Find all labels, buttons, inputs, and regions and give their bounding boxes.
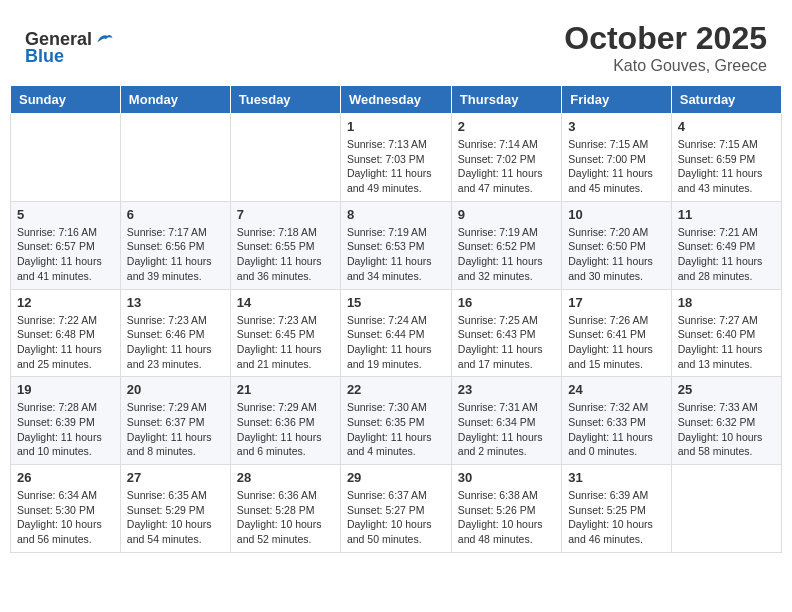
day-number: 19 [17,382,114,397]
day-info: Sunrise: 7:19 AM Sunset: 6:53 PM Dayligh… [347,225,445,284]
calendar-cell [120,114,230,202]
day-number: 5 [17,207,114,222]
day-number: 18 [678,295,775,310]
day-number: 20 [127,382,224,397]
title-block: October 2025 Kato Gouves, Greece [564,20,767,75]
day-info: Sunrise: 7:14 AM Sunset: 7:02 PM Dayligh… [458,137,555,196]
day-number: 29 [347,470,445,485]
day-info: Sunrise: 7:33 AM Sunset: 6:32 PM Dayligh… [678,400,775,459]
calendar-cell: 14Sunrise: 7:23 AM Sunset: 6:45 PM Dayli… [230,289,340,377]
day-info: Sunrise: 6:37 AM Sunset: 5:27 PM Dayligh… [347,488,445,547]
day-number: 22 [347,382,445,397]
day-info: Sunrise: 6:36 AM Sunset: 5:28 PM Dayligh… [237,488,334,547]
day-number: 13 [127,295,224,310]
weekday-header-row: SundayMondayTuesdayWednesdayThursdayFrid… [11,86,782,114]
calendar-cell: 6Sunrise: 7:17 AM Sunset: 6:56 PM Daylig… [120,201,230,289]
calendar-cell: 29Sunrise: 6:37 AM Sunset: 5:27 PM Dayli… [340,465,451,553]
calendar-cell: 26Sunrise: 6:34 AM Sunset: 5:30 PM Dayli… [11,465,121,553]
day-number: 12 [17,295,114,310]
weekday-tuesday: Tuesday [230,86,340,114]
weekday-saturday: Saturday [671,86,781,114]
weekday-sunday: Sunday [11,86,121,114]
calendar-week-5: 26Sunrise: 6:34 AM Sunset: 5:30 PM Dayli… [11,465,782,553]
weekday-monday: Monday [120,86,230,114]
day-info: Sunrise: 7:24 AM Sunset: 6:44 PM Dayligh… [347,313,445,372]
calendar-cell: 24Sunrise: 7:32 AM Sunset: 6:33 PM Dayli… [562,377,672,465]
weekday-friday: Friday [562,86,672,114]
calendar-cell: 15Sunrise: 7:24 AM Sunset: 6:44 PM Dayli… [340,289,451,377]
calendar-cell: 16Sunrise: 7:25 AM Sunset: 6:43 PM Dayli… [451,289,561,377]
day-number: 23 [458,382,555,397]
day-number: 24 [568,382,665,397]
calendar-cell: 28Sunrise: 6:36 AM Sunset: 5:28 PM Dayli… [230,465,340,553]
calendar-cell: 27Sunrise: 6:35 AM Sunset: 5:29 PM Dayli… [120,465,230,553]
calendar-cell: 10Sunrise: 7:20 AM Sunset: 6:50 PM Dayli… [562,201,672,289]
calendar-cell: 13Sunrise: 7:23 AM Sunset: 6:46 PM Dayli… [120,289,230,377]
day-info: Sunrise: 7:17 AM Sunset: 6:56 PM Dayligh… [127,225,224,284]
day-info: Sunrise: 7:18 AM Sunset: 6:55 PM Dayligh… [237,225,334,284]
calendar-cell [11,114,121,202]
calendar-cell: 22Sunrise: 7:30 AM Sunset: 6:35 PM Dayli… [340,377,451,465]
calendar-week-3: 12Sunrise: 7:22 AM Sunset: 6:48 PM Dayli… [11,289,782,377]
day-info: Sunrise: 7:15 AM Sunset: 7:00 PM Dayligh… [568,137,665,196]
day-info: Sunrise: 7:23 AM Sunset: 6:45 PM Dayligh… [237,313,334,372]
calendar-cell: 4Sunrise: 7:15 AM Sunset: 6:59 PM Daylig… [671,114,781,202]
calendar-cell: 25Sunrise: 7:33 AM Sunset: 6:32 PM Dayli… [671,377,781,465]
day-info: Sunrise: 7:30 AM Sunset: 6:35 PM Dayligh… [347,400,445,459]
day-number: 27 [127,470,224,485]
calendar-week-4: 19Sunrise: 7:28 AM Sunset: 6:39 PM Dayli… [11,377,782,465]
day-info: Sunrise: 7:31 AM Sunset: 6:34 PM Dayligh… [458,400,555,459]
calendar-cell: 20Sunrise: 7:29 AM Sunset: 6:37 PM Dayli… [120,377,230,465]
day-number: 15 [347,295,445,310]
calendar-cell: 9Sunrise: 7:19 AM Sunset: 6:52 PM Daylig… [451,201,561,289]
day-number: 31 [568,470,665,485]
day-info: Sunrise: 6:39 AM Sunset: 5:25 PM Dayligh… [568,488,665,547]
calendar-cell: 21Sunrise: 7:29 AM Sunset: 6:36 PM Dayli… [230,377,340,465]
calendar-cell: 30Sunrise: 6:38 AM Sunset: 5:26 PM Dayli… [451,465,561,553]
calendar-cell: 8Sunrise: 7:19 AM Sunset: 6:53 PM Daylig… [340,201,451,289]
day-info: Sunrise: 7:16 AM Sunset: 6:57 PM Dayligh… [17,225,114,284]
day-info: Sunrise: 6:35 AM Sunset: 5:29 PM Dayligh… [127,488,224,547]
calendar-cell: 18Sunrise: 7:27 AM Sunset: 6:40 PM Dayli… [671,289,781,377]
logo-bird-icon [94,29,114,49]
calendar-cell: 31Sunrise: 6:39 AM Sunset: 5:25 PM Dayli… [562,465,672,553]
day-number: 16 [458,295,555,310]
day-info: Sunrise: 7:20 AM Sunset: 6:50 PM Dayligh… [568,225,665,284]
day-info: Sunrise: 7:15 AM Sunset: 6:59 PM Dayligh… [678,137,775,196]
page-header: General Blue October 2025 Kato Gouves, G… [10,10,782,80]
day-number: 17 [568,295,665,310]
calendar-cell: 5Sunrise: 7:16 AM Sunset: 6:57 PM Daylig… [11,201,121,289]
day-number: 7 [237,207,334,222]
calendar-cell: 17Sunrise: 7:26 AM Sunset: 6:41 PM Dayli… [562,289,672,377]
day-number: 6 [127,207,224,222]
calendar-cell: 23Sunrise: 7:31 AM Sunset: 6:34 PM Dayli… [451,377,561,465]
day-info: Sunrise: 7:29 AM Sunset: 6:36 PM Dayligh… [237,400,334,459]
day-info: Sunrise: 6:38 AM Sunset: 5:26 PM Dayligh… [458,488,555,547]
day-number: 26 [17,470,114,485]
day-number: 3 [568,119,665,134]
day-info: Sunrise: 7:21 AM Sunset: 6:49 PM Dayligh… [678,225,775,284]
day-info: Sunrise: 7:28 AM Sunset: 6:39 PM Dayligh… [17,400,114,459]
day-info: Sunrise: 7:19 AM Sunset: 6:52 PM Dayligh… [458,225,555,284]
day-number: 10 [568,207,665,222]
calendar-cell: 11Sunrise: 7:21 AM Sunset: 6:49 PM Dayli… [671,201,781,289]
day-number: 1 [347,119,445,134]
day-number: 25 [678,382,775,397]
calendar-cell: 3Sunrise: 7:15 AM Sunset: 7:00 PM Daylig… [562,114,672,202]
day-number: 8 [347,207,445,222]
day-number: 30 [458,470,555,485]
logo-blue: Blue [25,46,64,67]
calendar-cell: 2Sunrise: 7:14 AM Sunset: 7:02 PM Daylig… [451,114,561,202]
calendar-week-1: 1Sunrise: 7:13 AM Sunset: 7:03 PM Daylig… [11,114,782,202]
calendar-cell [230,114,340,202]
weekday-thursday: Thursday [451,86,561,114]
day-info: Sunrise: 7:22 AM Sunset: 6:48 PM Dayligh… [17,313,114,372]
day-info: Sunrise: 7:26 AM Sunset: 6:41 PM Dayligh… [568,313,665,372]
calendar-cell: 7Sunrise: 7:18 AM Sunset: 6:55 PM Daylig… [230,201,340,289]
day-number: 14 [237,295,334,310]
calendar-cell: 19Sunrise: 7:28 AM Sunset: 6:39 PM Dayli… [11,377,121,465]
location-title: Kato Gouves, Greece [564,57,767,75]
day-number: 9 [458,207,555,222]
day-info: Sunrise: 7:32 AM Sunset: 6:33 PM Dayligh… [568,400,665,459]
logo: General Blue [25,29,114,67]
